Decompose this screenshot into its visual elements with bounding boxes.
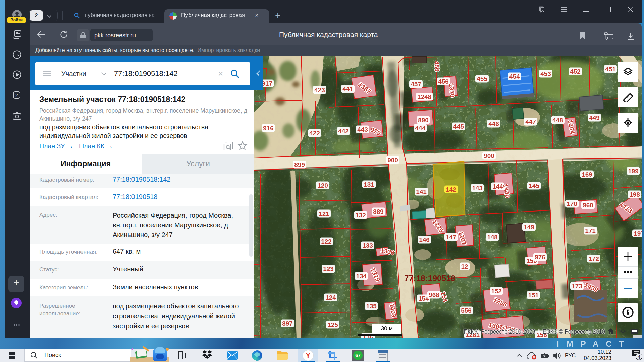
svg-text:199: 199	[628, 168, 639, 175]
svg-text:556: 556	[461, 307, 472, 314]
svg-text:198: 198	[629, 191, 640, 198]
svg-text:916: 916	[263, 125, 274, 132]
svg-text:131: 131	[364, 181, 374, 188]
svg-text:134: 134	[356, 273, 367, 280]
svg-text:141: 141	[416, 188, 427, 195]
svg-text:448: 448	[552, 117, 563, 124]
svg-text:121: 121	[319, 210, 329, 217]
svg-text:147: 147	[446, 234, 457, 241]
svg-text:1248: 1248	[417, 93, 431, 100]
svg-text:144: 144	[492, 183, 503, 190]
svg-text:170: 170	[567, 200, 577, 207]
svg-text:960: 960	[583, 202, 593, 209]
svg-text:441: 441	[342, 85, 353, 93]
svg-text:171: 171	[585, 227, 596, 234]
svg-text:120: 120	[317, 182, 328, 189]
svg-text:123: 123	[323, 265, 334, 273]
svg-text:148: 148	[487, 234, 498, 241]
svg-text:442: 442	[338, 128, 349, 135]
svg-text:1370: 1370	[448, 83, 456, 98]
svg-text:142: 142	[446, 186, 457, 193]
svg-text:143: 143	[472, 185, 483, 192]
svg-text:135: 135	[366, 303, 377, 310]
svg-text:455: 455	[477, 75, 487, 82]
svg-text:452: 452	[570, 68, 581, 75]
svg-text:453: 453	[540, 70, 551, 77]
svg-text:456: 456	[433, 61, 441, 72]
svg-text:897: 897	[282, 320, 293, 327]
svg-text:423: 423	[314, 86, 325, 94]
svg-text:899: 899	[294, 161, 305, 168]
svg-text:457: 457	[411, 81, 421, 88]
svg-text:456: 456	[438, 78, 449, 85]
svg-text:169: 169	[582, 171, 592, 178]
svg-text:146: 146	[419, 236, 430, 243]
svg-text:12: 12	[461, 263, 468, 270]
svg-text:422: 422	[309, 130, 320, 137]
svg-text:151: 151	[528, 292, 539, 299]
svg-text:454: 454	[509, 73, 520, 80]
svg-text:122: 122	[321, 238, 332, 245]
svg-text:444: 444	[415, 125, 426, 132]
svg-text:133: 133	[362, 242, 373, 249]
svg-text:976: 976	[535, 254, 545, 261]
svg-text:173: 173	[572, 283, 582, 290]
svg-text:889: 889	[373, 208, 384, 215]
svg-text:197: 197	[634, 230, 642, 237]
svg-text:124: 124	[325, 294, 336, 301]
svg-text:890: 890	[418, 117, 429, 124]
svg-text:132: 132	[355, 212, 366, 219]
svg-text:968: 968	[429, 291, 439, 298]
svg-text:125: 125	[327, 321, 338, 328]
svg-text:145: 145	[529, 182, 539, 189]
svg-text:900: 900	[387, 157, 398, 164]
svg-text:451: 451	[605, 66, 616, 73]
svg-text:443: 443	[357, 126, 368, 133]
svg-text:447: 447	[525, 118, 536, 125]
svg-text:152: 152	[491, 288, 502, 295]
svg-text:449: 449	[589, 114, 600, 121]
svg-text:172: 172	[588, 255, 599, 262]
svg-text:445: 445	[453, 123, 464, 130]
svg-text:149: 149	[524, 224, 534, 231]
svg-text:900: 900	[484, 152, 494, 159]
svg-text:446: 446	[488, 120, 499, 127]
